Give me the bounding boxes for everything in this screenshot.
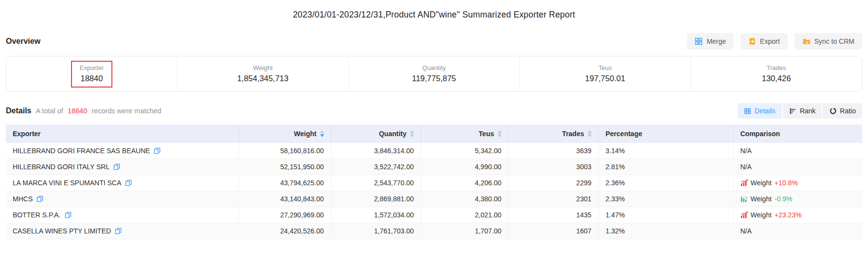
page-title: 2023/01/01-2023/12/31,Product AND"wine" …: [0, 0, 868, 20]
percentage-cell: 1.47%: [598, 207, 733, 223]
table-row: HILLEBRAND GORI FRANCE SAS BEAUNE 58,160…: [6, 143, 862, 159]
comparison-cell: Weight +23.23%: [733, 207, 862, 223]
details-summary: Details A total of 18840 records were ma…: [6, 106, 162, 115]
quantity-cell: 1,761,703.00: [331, 223, 421, 239]
comparison-cell: N/A: [733, 159, 862, 175]
table-row: HILLEBRAND GORI ITALY SRL 52,151,950.00 …: [6, 159, 862, 175]
stat-quantity: Quantity 119,775,875: [348, 56, 520, 91]
sort-caret-down-icon: [588, 134, 592, 137]
column-label: Comparison: [741, 130, 780, 138]
sort-control[interactable]: [410, 130, 414, 137]
stat-label: Quantity: [412, 64, 456, 71]
teus-cell: 4,206.00: [421, 175, 508, 191]
table-header: Exporter Weight Quantity Teus: [6, 124, 862, 143]
sync-to-crm-button-label: Sync to CRM: [814, 37, 854, 45]
comparison-cell: N/A: [733, 223, 862, 239]
ratio-icon: [829, 107, 836, 115]
summary-count: 18840: [68, 107, 87, 115]
tab-rank[interactable]: Rank: [783, 103, 822, 119]
weight-cell: 52,151,950.00: [238, 159, 331, 175]
copy-icon[interactable]: [115, 228, 122, 234]
stat-label: Trades: [762, 64, 791, 71]
comparison-metric: Weight: [751, 211, 772, 219]
copy-icon[interactable]: [113, 163, 120, 170]
column-header-teus[interactable]: Teus: [421, 124, 508, 143]
percentage-cell: 3.14%: [598, 143, 733, 159]
tab-label: Rank: [800, 107, 816, 115]
stat-box: Teus 197,750.01: [576, 61, 634, 88]
column-label: Exporter: [13, 130, 41, 138]
teus-cell: 1,707.00: [421, 223, 508, 239]
column-label: Percentage: [606, 130, 642, 138]
comparison-value: -0.9%: [775, 195, 793, 203]
tab-details[interactable]: Details: [738, 103, 782, 119]
exporter-cell: BOTTER S.P.A.: [6, 207, 238, 223]
exporter-cell: CASELLA WINES PTY LIMITED: [6, 223, 238, 239]
exporter-cell: HILLEBRAND GORI ITALY SRL: [6, 159, 238, 175]
trend-up-icon: [741, 179, 748, 186]
copy-icon[interactable]: [65, 212, 72, 218]
view-switcher: Details Rank Ratio: [738, 103, 862, 119]
sort-control[interactable]: [588, 130, 592, 137]
details-bar: Details A total of 18840 records were ma…: [6, 103, 862, 119]
sort-caret-up-icon: [410, 130, 414, 133]
teus-cell: 5,342.00: [421, 143, 508, 159]
column-header-trades[interactable]: Trades: [508, 124, 598, 143]
column-header-comparison: Comparison: [733, 124, 862, 143]
summary-prefix: A total of: [36, 107, 63, 115]
column-header-quantity[interactable]: Quantity: [331, 124, 421, 143]
stat-label: Weight: [237, 64, 289, 71]
trades-cell: 1607: [508, 223, 598, 239]
comparison-cell: Weight -0.9%: [733, 191, 862, 207]
exporter-name: MHCS: [13, 195, 33, 203]
tab-label: Ratio: [840, 107, 856, 115]
sync-to-crm-button[interactable]: Sync to CRM: [795, 33, 862, 50]
folder-sync-icon: [802, 37, 811, 45]
table-icon: [744, 107, 751, 115]
sort-control[interactable]: [320, 130, 324, 137]
comparison-up: Weight +10.8%: [741, 179, 856, 187]
comparison-na: N/A: [741, 147, 752, 155]
details-heading: Details: [6, 106, 31, 115]
sort-caret-up-icon: [588, 130, 592, 133]
comparison-cell: N/A: [733, 143, 862, 159]
comparison-down: Weight -0.9%: [741, 195, 856, 203]
exporter-cell: HILLEBRAND GORI FRANCE SAS BEAUNE: [6, 143, 238, 159]
stat-label: Teus: [585, 64, 625, 71]
merge-icon: [695, 37, 703, 45]
export-button[interactable]: Export: [741, 33, 787, 50]
sort-caret-up-icon: [498, 130, 502, 133]
quantity-cell: 1,572,034.00: [331, 207, 421, 223]
overview-stats-card: Exporter 18840 Weight 1,854,345,713 Quan…: [6, 56, 862, 92]
trades-cell: 1435: [508, 207, 598, 223]
table-row: MHCS 43,140,843.00 2,869,881.00 4,380.00…: [6, 191, 862, 207]
stat-label: Exporter: [80, 64, 104, 71]
copy-icon[interactable]: [154, 147, 161, 154]
copy-icon[interactable]: [125, 179, 132, 186]
column-label: Quantity: [379, 130, 407, 138]
exporter-name: CASELLA WINES PTY LIMITED: [13, 227, 111, 235]
comparison-value: +23.23%: [775, 211, 802, 219]
trades-cell: 3639: [508, 143, 598, 159]
teus-cell: 4,990.00: [421, 159, 508, 175]
tab-label: Details: [755, 107, 776, 115]
quantity-cell: 2,869,881.00: [331, 191, 421, 207]
stat-box: Trades 130,426: [753, 61, 800, 88]
tab-ratio[interactable]: Ratio: [823, 103, 862, 119]
copy-icon[interactable]: [36, 195, 43, 202]
merge-button[interactable]: Merge: [687, 33, 734, 50]
stat-box: Quantity 119,775,875: [403, 61, 465, 88]
exporter-cell: LA MARCA VINI E SPUMANTI SCA: [6, 175, 238, 191]
merge-button-label: Merge: [706, 37, 726, 45]
quantity-cell: 3,522,742.00: [331, 159, 421, 175]
stat-weight: Weight 1,854,345,713: [177, 56, 348, 91]
exporter-table: Exporter Weight Quantity Teus: [6, 124, 862, 239]
table-row: CASELLA WINES PTY LIMITED 24,420,526.00 …: [6, 223, 862, 239]
trades-cell: 3003: [508, 159, 598, 175]
stat-teus: Teus 197,750.01: [519, 56, 690, 91]
sort-control[interactable]: [498, 130, 502, 137]
overview-bar: Overview Merge Export Sync to CRM: [6, 33, 862, 50]
comparison-metric: Weight: [751, 179, 772, 187]
column-label: Weight: [294, 130, 316, 138]
column-header-weight[interactable]: Weight: [238, 124, 331, 143]
